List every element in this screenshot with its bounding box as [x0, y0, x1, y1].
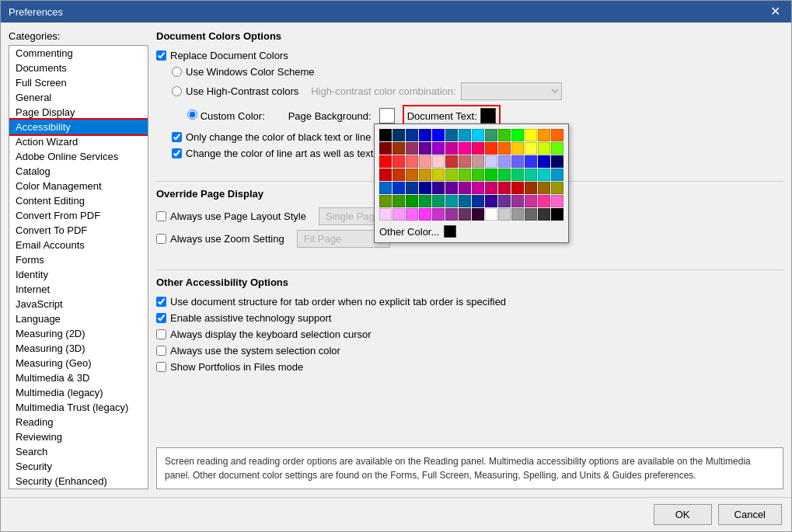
color-cell[interactable] — [419, 155, 431, 168]
color-cell[interactable] — [406, 142, 418, 155]
color-cell[interactable] — [551, 195, 563, 207]
color-cell[interactable] — [551, 142, 563, 155]
color-cell[interactable] — [393, 169, 405, 181]
color-cell[interactable] — [459, 155, 471, 168]
color-cell[interactable] — [445, 169, 458, 181]
color-cell[interactable] — [445, 208, 458, 221]
sidebar-item-page-display[interactable]: Page Display — [9, 105, 148, 120]
color-cell[interactable] — [498, 142, 511, 155]
sidebar-item-search[interactable]: Search — [9, 444, 148, 459]
color-cell[interactable] — [445, 182, 458, 194]
sidebar-item-identity[interactable]: Identity — [9, 267, 148, 282]
color-cell[interactable] — [379, 155, 392, 168]
color-cell[interactable] — [511, 169, 524, 181]
color-cell[interactable] — [538, 182, 550, 194]
high-contrast-select[interactable] — [461, 82, 562, 100]
color-cell[interactable] — [419, 169, 431, 181]
color-cell[interactable] — [511, 195, 524, 207]
show-portfolios-label[interactable]: Show Portfolios in Files mode — [156, 361, 303, 373]
sidebar-item-language[interactable]: Language — [9, 311, 148, 326]
color-cell[interactable] — [538, 208, 550, 221]
use-windows-color-label[interactable]: Use Windows Color Scheme — [172, 66, 314, 78]
color-cell[interactable] — [538, 195, 550, 207]
sidebar-item-content-editing[interactable]: Content Editing — [9, 193, 148, 208]
change-color-line-art-checkbox[interactable] — [172, 148, 182, 158]
color-cell[interactable] — [406, 169, 418, 181]
sidebar-item-measuring-2d[interactable]: Measuring (2D) — [9, 326, 148, 341]
color-cell[interactable] — [538, 169, 550, 181]
color-cell[interactable] — [472, 208, 484, 221]
color-cell[interactable] — [511, 182, 524, 194]
use-doc-structure-checkbox[interactable] — [156, 297, 166, 307]
sidebar-item-multimedia-trust[interactable]: Multimedia Trust (legacy) — [9, 400, 148, 415]
sidebar-item-reading[interactable]: Reading — [9, 415, 148, 429]
sidebar-item-general[interactable]: General — [9, 90, 148, 105]
use-high-contrast-radio[interactable] — [172, 86, 182, 96]
color-cell[interactable] — [498, 129, 511, 141]
color-cell[interactable] — [511, 142, 524, 155]
sidebar-item-measuring-3d[interactable]: Measuring (3D) — [9, 341, 148, 356]
color-cell[interactable] — [393, 155, 405, 168]
color-cell[interactable] — [538, 142, 550, 155]
color-cell[interactable] — [459, 195, 471, 207]
only-change-black-checkbox[interactable] — [172, 132, 182, 142]
color-grid[interactable] — [379, 129, 563, 221]
sidebar-item-color-management[interactable]: Color Management — [9, 179, 148, 193]
always-system-selection-checkbox[interactable] — [156, 346, 166, 356]
color-cell[interactable] — [445, 155, 458, 168]
sidebar-item-convert-from-pdf[interactable]: Convert From PDF — [9, 208, 148, 223]
color-cell[interactable] — [379, 142, 392, 155]
color-cell[interactable] — [472, 155, 484, 168]
color-cell[interactable] — [393, 129, 405, 141]
cancel-button[interactable]: Cancel — [718, 504, 782, 525]
color-cell[interactable] — [472, 129, 484, 141]
color-cell[interactable] — [485, 208, 497, 221]
sidebar-item-reviewing[interactable]: Reviewing — [9, 429, 148, 444]
sidebar-item-multimedia-3d[interactable]: Multimedia & 3D — [9, 370, 148, 385]
color-cell[interactable] — [445, 195, 458, 207]
color-cell[interactable] — [406, 195, 418, 207]
color-cell[interactable] — [525, 129, 537, 141]
sidebar-item-convert-to-pdf[interactable]: Convert To PDF — [9, 223, 148, 238]
always-page-layout-label[interactable]: Always use Page Layout Style — [156, 210, 306, 222]
sidebar-item-forms[interactable]: Forms — [9, 252, 148, 267]
color-cell[interactable] — [459, 182, 471, 194]
always-zoom-checkbox[interactable] — [156, 234, 166, 244]
color-cell[interactable] — [419, 182, 431, 194]
custom-color-label[interactable]: Custom Color: — [187, 110, 265, 122]
sidebar-item-security[interactable]: Security — [9, 459, 148, 474]
color-cell[interactable] — [432, 195, 445, 207]
sidebar-item-email-accounts[interactable]: Email Accounts — [9, 238, 148, 252]
page-bg-swatch[interactable] — [379, 108, 395, 123]
color-cell[interactable] — [498, 208, 511, 221]
color-cell[interactable] — [511, 208, 524, 221]
replace-doc-colors-label[interactable]: Replace Document Colors — [156, 50, 288, 61]
color-cell[interactable] — [393, 142, 405, 155]
custom-color-radio[interactable] — [187, 110, 197, 120]
color-cell[interactable] — [432, 155, 445, 168]
color-cell[interactable] — [551, 208, 563, 221]
use-windows-color-radio[interactable] — [172, 67, 182, 77]
color-cell[interactable] — [379, 182, 392, 194]
other-color-row[interactable]: Other Color... — [379, 225, 563, 238]
sidebar-item-catalog[interactable]: Catalog — [9, 164, 148, 179]
color-cell[interactable] — [525, 142, 537, 155]
sidebar-item-internet[interactable]: Internet — [9, 282, 148, 297]
color-cell[interactable] — [551, 182, 563, 194]
color-cell[interactable] — [498, 195, 511, 207]
always-page-layout-checkbox[interactable] — [156, 211, 166, 221]
color-cell[interactable] — [472, 182, 484, 194]
always-system-selection-label[interactable]: Always use the system selection color — [156, 345, 340, 356]
color-cell[interactable] — [511, 129, 524, 141]
color-cell[interactable] — [485, 195, 497, 207]
color-cell[interactable] — [459, 142, 471, 155]
always-display-keyboard-label[interactable]: Always display the keyboard selection cu… — [156, 329, 372, 340]
sidebar-item-measuring-geo[interactable]: Measuring (Geo) — [9, 356, 148, 370]
always-display-keyboard-checkbox[interactable] — [156, 329, 166, 339]
color-cell[interactable] — [432, 208, 445, 221]
sidebar-item-accessibility[interactable]: Accessibility — [9, 120, 148, 134]
color-cell[interactable] — [393, 182, 405, 194]
color-cell[interactable] — [419, 195, 431, 207]
color-cell[interactable] — [432, 169, 445, 181]
color-cell[interactable] — [379, 208, 392, 221]
